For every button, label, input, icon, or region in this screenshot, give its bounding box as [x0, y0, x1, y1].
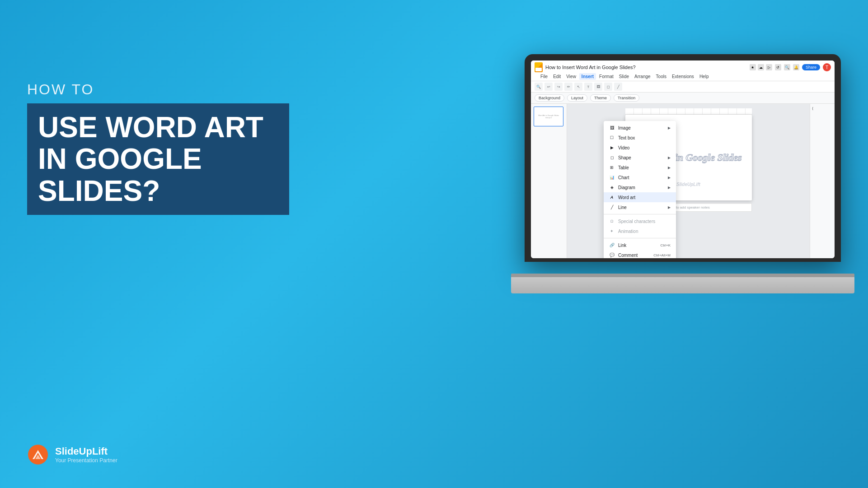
shape-menu-icon: ◻	[609, 155, 615, 160]
laptop-base	[511, 277, 854, 293]
menu-item-line[interactable]: ╱ Line ▶	[604, 202, 676, 212]
image-tool[interactable]: 🖼	[594, 83, 602, 91]
main-title-block: USE WORD ART IN GOOGLE SLIDES?	[27, 103, 289, 215]
menu-item-chart[interactable]: 📊 Chart ▶	[604, 172, 676, 182]
link-shortcut: Ctrl+K	[661, 243, 671, 247]
menu-edit[interactable]: Edit	[551, 73, 563, 80]
menu-item-image[interactable]: 🖼 Image ▶	[604, 123, 676, 133]
title-line1: USE WORD ART	[38, 112, 278, 143]
menu-item-link[interactable]: 🔗 Link Ctrl+K	[604, 240, 676, 250]
redo-icon[interactable]: ↪	[554, 83, 563, 91]
menu-arrange[interactable]: Arrange	[632, 73, 653, 80]
menu-item-comment[interactable]: 💬 Comment Ctrl+Alt+M	[604, 250, 676, 258]
slideuplift-logo-icon	[27, 444, 49, 465]
theme-button[interactable]: Theme	[590, 94, 611, 102]
gs-menubar: File Edit View Insert Format Slide Arran…	[535, 73, 831, 80]
gs-topbar: How to Insert Word Art in Google Slides?…	[531, 60, 835, 81]
diagram-arrow: ▶	[668, 186, 671, 190]
search-icon[interactable]: 🔍	[784, 64, 790, 70]
menu-help[interactable]: Help	[697, 73, 711, 80]
panel-toggle[interactable]: ⟨	[812, 106, 833, 112]
image-menu-label: Image	[618, 125, 664, 130]
video-menu-label: Video	[618, 145, 671, 150]
menu-extensions[interactable]: Extensions	[670, 73, 696, 80]
logo-tagline: Your Presentation Partner	[55, 457, 117, 464]
menu-item-special-chars: Ω Special characters	[604, 216, 676, 226]
link-icon: 🔗	[609, 242, 615, 248]
menu-tools[interactable]: Tools	[654, 73, 669, 80]
user-avatar[interactable]: T	[823, 63, 831, 71]
history-icon[interactable]: ↺	[775, 64, 781, 70]
line-tool[interactable]: ╱	[614, 83, 622, 91]
star-icon[interactable]: ★	[750, 64, 756, 70]
menu-format[interactable]: Format	[597, 73, 616, 80]
line-menu-icon: ╱	[609, 204, 615, 210]
menu-item-animation: ✦ Animation	[604, 226, 676, 236]
animation-icon: ✦	[609, 228, 615, 234]
menu-item-table[interactable]: ⊞ Table ▶	[604, 163, 676, 172]
special-chars-label: Special characters	[618, 219, 671, 224]
table-menu-label: Table	[618, 165, 664, 170]
wordart-menu-label: Word art	[618, 195, 671, 200]
special-chars-icon: Ω	[609, 218, 615, 224]
diagram-menu-label: Diagram	[618, 185, 664, 190]
menu-item-wordart[interactable]: A Word art	[604, 192, 676, 202]
insert-dropdown-menu: 🖼 Image ▶ ☐ Text box ▶	[604, 121, 676, 258]
bell-icon[interactable]: 🔔	[793, 64, 799, 70]
diagram-menu-icon: ◈	[609, 185, 615, 190]
slide-watermark: SlideUpLift	[676, 182, 700, 187]
gs-ruler	[625, 108, 752, 115]
comment-shortcut: Ctrl+Alt+M	[653, 253, 671, 257]
shape-arrow: ▶	[668, 156, 671, 160]
menu-insert[interactable]: Insert	[579, 73, 596, 80]
image-menu-icon: 🖼	[609, 125, 615, 130]
share-button[interactable]: Share	[802, 64, 820, 70]
gs-title-icons: ★ ☁ ▷	[750, 64, 772, 70]
zoom-icon[interactable]: 🔍	[535, 83, 543, 91]
text-tool[interactable]: T	[584, 83, 592, 91]
menu-item-textbox[interactable]: ☐ Text box	[604, 133, 676, 143]
gs-title: How to Insert Word Art in Google Slides?	[545, 65, 747, 70]
table-arrow: ▶	[668, 166, 671, 170]
chart-menu-label: Chart	[618, 175, 664, 180]
gs-content-area: Word Art in Google Slides SlideUpLift Cl…	[567, 104, 835, 258]
paint-icon[interactable]: ✏	[564, 83, 572, 91]
laptop: How to Insert Word Art in Google Slides?…	[511, 54, 854, 307]
google-slides-logo	[535, 62, 543, 72]
wordart-menu-icon: A	[609, 195, 615, 200]
comment-icon: 💬	[609, 252, 615, 258]
image-arrow: ▶	[668, 126, 671, 130]
table-menu-icon: ⊞	[609, 165, 615, 170]
transition-button[interactable]: Transition	[614, 94, 639, 102]
chart-arrow: ▶	[668, 176, 671, 180]
gs-toolbar: 🔍 ↩ ↪ ✏ ↖ T 🖼 ◻ ╱	[531, 81, 835, 93]
shape-tool[interactable]: ◻	[604, 83, 612, 91]
share-label: Share	[806, 65, 816, 70]
slide-thumb-text: Word Art in Google SlidesSlideUpLift	[538, 114, 559, 119]
how-to-label: HOW TO	[27, 81, 289, 98]
comment-label: Comment	[618, 253, 650, 258]
menu-file[interactable]: File	[538, 73, 550, 80]
menu-item-shape[interactable]: ◻ Shape ▶	[604, 153, 676, 163]
menu-item-video[interactable]: ▶ Video	[604, 143, 676, 153]
animation-label: Animation	[618, 229, 671, 234]
slide-thumbnail-1[interactable]: Word Art in Google SlidesSlideUpLift	[534, 107, 563, 126]
menu-item-diagram[interactable]: ◈ Diagram ▶	[604, 182, 676, 192]
cursor-icon[interactable]: ↖	[574, 83, 582, 91]
menu-view[interactable]: View	[564, 73, 578, 80]
gs-main: 1 Word Art in Google SlidesSlideUpLift	[531, 104, 835, 258]
undo-icon[interactable]: ↩	[544, 83, 553, 91]
background-button[interactable]: Background	[535, 94, 564, 102]
menu-slide[interactable]: Slide	[617, 73, 631, 80]
video-menu-icon: ▶	[609, 145, 615, 150]
gs-right-panel: ⟨	[810, 104, 835, 258]
textbox-menu-label: Text box	[618, 135, 671, 140]
gs-titlerow: How to Insert Word Art in Google Slides?…	[535, 62, 831, 72]
cloud-icon[interactable]: ☁	[758, 64, 764, 70]
gs-actionbar: Background Layout Theme Transition	[531, 93, 835, 104]
present-icon[interactable]: ▷	[766, 64, 772, 70]
separator-2	[604, 238, 676, 238]
logo-name: SlideUpLift	[55, 446, 117, 457]
chart-menu-icon: 📊	[609, 175, 615, 180]
layout-button[interactable]: Layout	[567, 94, 587, 102]
